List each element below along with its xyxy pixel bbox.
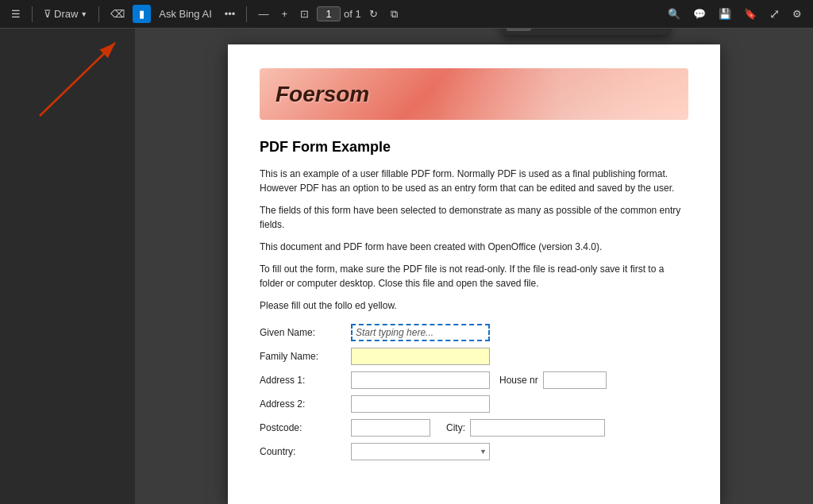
address1-input[interactable] — [351, 371, 490, 389]
tracking-button[interactable]: AV ↔ — [586, 29, 613, 29]
settings-icon: ⚙ — [792, 8, 802, 20]
arrow-annotation — [0, 29, 135, 124]
filter-dropdown-icon: ▼ — [80, 10, 87, 18]
country-label: Country: — [260, 446, 351, 457]
filter-button[interactable]: ⊽ Draw ▼ — [39, 5, 92, 23]
filter-label: Draw — [54, 8, 78, 20]
pdf-paragraph-4: To fill out the form, make sure the PDF … — [260, 262, 688, 290]
copy-button[interactable]: ⧉ — [386, 5, 403, 24]
filter-icon: ⊽ — [44, 8, 52, 20]
main-content: Foersom PDF Form Example This is an exam… — [0, 29, 813, 504]
family-name-label: Family Name: — [260, 351, 351, 362]
postcode-label: Postcode: — [260, 422, 351, 433]
fit-button[interactable]: ⊡ — [295, 5, 314, 23]
country-select[interactable]: United States United Kingdom Germany Fra… — [351, 443, 490, 460]
left-panel — [0, 29, 135, 504]
address1-row: Address 1: House nr — [260, 371, 688, 389]
divider-1 — [32, 6, 33, 22]
comment-button[interactable]: 💬 — [688, 5, 711, 23]
page-number-input[interactable] — [317, 6, 341, 21]
menu-icon: ☰ — [11, 8, 21, 20]
address2-input[interactable] — [351, 395, 490, 413]
kerning-button[interactable]: AV ↕ — [615, 29, 638, 29]
settings-button[interactable]: ⚙ — [788, 5, 807, 23]
main-toolbar: ☰ ⊽ Draw ▼ ⌫ ▮ Ask Bing AI ••• — + ⊡ of … — [0, 0, 813, 29]
page-total: of 1 — [344, 8, 361, 20]
pdf-page: Foersom PDF Form Example This is an exam… — [228, 44, 720, 504]
city-input[interactable] — [470, 419, 605, 437]
postcode-city-row: Postcode: City: — [260, 419, 688, 437]
ask-bing-label: Ask Bing AI — [159, 8, 211, 20]
country-select-wrapper: United States United Kingdom Germany Fra… — [351, 443, 490, 460]
given-name-field-wrapper — [351, 324, 490, 341]
save-button[interactable]: 💾 — [714, 5, 736, 23]
bookmark-icon: 🔖 — [744, 8, 757, 20]
divider-2 — [98, 6, 99, 22]
share-button[interactable]: ⤢ — [765, 3, 784, 25]
postcode-input[interactable] — [351, 419, 430, 437]
share-icon: ⤢ — [769, 6, 780, 21]
eraser-icon: ⌫ — [110, 8, 125, 20]
font-bigger-button[interactable]: A + — [533, 29, 557, 32]
given-name-label: Given Name: — [260, 327, 351, 338]
more-icon: ••• — [225, 8, 236, 20]
family-name-row: Family Name: — [260, 348, 688, 365]
pdf-viewer: Foersom PDF Form Example This is an exam… — [135, 29, 813, 504]
city-label: City: — [446, 422, 465, 433]
font-color-button[interactable]: A ▼ — [507, 29, 531, 31]
svg-line-1 — [40, 43, 115, 116]
eraser-button[interactable]: ⌫ — [106, 5, 129, 23]
house-nr-label: House nr — [499, 375, 538, 386]
page-controls: of 1 — [317, 6, 361, 21]
paragraph-5-suffix: ed yellow. — [355, 300, 397, 311]
country-row: Country: United States United Kingdom Ge… — [260, 443, 688, 460]
paragraph-5-prefix: Please fill out the follo — [260, 300, 353, 311]
highlight-icon: ▮ — [139, 8, 144, 20]
house-nr-input[interactable] — [543, 371, 607, 389]
add-icon: + — [281, 8, 287, 20]
pdf-header-banner: Foersom — [260, 68, 688, 120]
copy-icon: ⧉ — [391, 8, 398, 21]
save-icon: 💾 — [719, 8, 731, 20]
minimize-icon: — — [258, 8, 268, 20]
menu-button[interactable]: ☰ — [6, 5, 25, 23]
search-icon: 🔍 — [668, 8, 680, 20]
refresh-button[interactable]: ↻ — [364, 5, 383, 23]
pdf-form: Given Name: Family Name: Address 1: Hous… — [260, 324, 688, 460]
pdf-section-title: PDF Form Example — [260, 139, 688, 156]
add-tab-button[interactable]: + — [276, 5, 292, 23]
pdf-logo-text: Foersom — [275, 82, 369, 107]
format-toolbar-popup: A ▼ A + A - AV ↔ AV ↕ — [502, 29, 670, 35]
font-smaller-button[interactable]: A - — [559, 29, 579, 30]
minimize-button[interactable]: — — [253, 5, 273, 23]
pdf-paragraph-2: The fields of this form have been select… — [260, 203, 688, 232]
divider-3 — [246, 6, 247, 22]
more-button[interactable]: ••• — [220, 5, 241, 23]
comment-icon: 💬 — [693, 8, 706, 20]
delete-format-button[interactable]: 🗑 — [645, 29, 665, 31]
pdf-paragraph-5: Please fill out the follo ed yellow. — [260, 298, 688, 313]
fit-icon: ⊡ — [300, 8, 309, 20]
given-name-row: Given Name: — [260, 324, 688, 341]
pdf-paragraph-1: This is an example of a user fillable PD… — [260, 167, 688, 195]
address2-label: Address 2: — [260, 398, 351, 410]
given-name-input[interactable] — [351, 324, 490, 341]
search-button[interactable]: 🔍 — [663, 5, 685, 23]
family-name-input[interactable] — [351, 348, 490, 365]
address1-label: Address 1: — [260, 375, 351, 386]
highlight-button[interactable]: ▮ — [133, 5, 151, 23]
bookmark-button[interactable]: 🔖 — [739, 5, 761, 23]
pdf-paragraph-3: This document and PDF form have been cre… — [260, 240, 688, 254]
address2-row: Address 2: — [260, 395, 688, 413]
refresh-icon: ↻ — [369, 8, 378, 20]
ask-bing-button[interactable]: Ask Bing AI — [154, 5, 216, 23]
